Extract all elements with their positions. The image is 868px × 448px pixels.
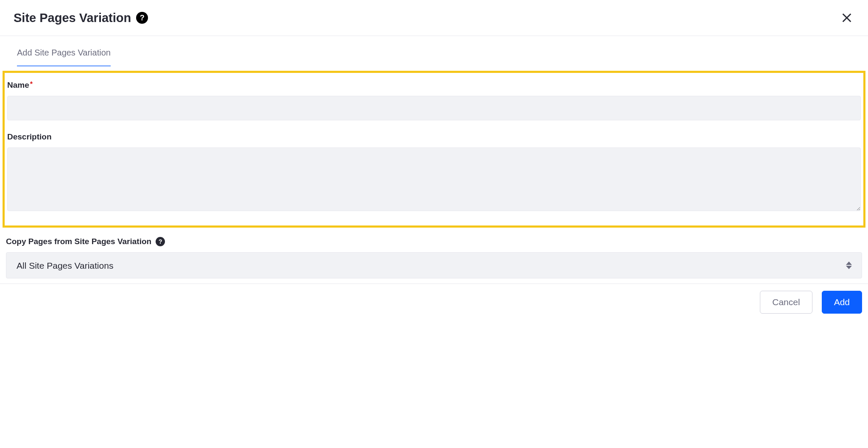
modal-footer: Cancel Add: [0, 284, 868, 320]
copy-label-wrap: Copy Pages from Site Pages Variation ?: [6, 237, 862, 246]
name-field-group: Name*: [7, 81, 861, 120]
cancel-button[interactable]: Cancel: [760, 291, 812, 314]
copy-select-wrap: All Site Pages Variations: [6, 252, 862, 278]
page-title: Site Pages Variation: [14, 11, 131, 25]
description-textarea[interactable]: [7, 147, 861, 211]
description-field-group: Description: [7, 132, 861, 213]
help-icon[interactable]: ?: [136, 12, 148, 24]
required-asterisk: *: [30, 81, 33, 88]
header-title-wrap: Site Pages Variation ?: [14, 11, 148, 25]
tabs-container: Add Site Pages Variation: [0, 36, 868, 67]
copy-pages-label: Copy Pages from Site Pages Variation: [6, 237, 151, 246]
name-label-text: Name: [7, 81, 29, 89]
form-highlighted-section: Name* Description: [3, 71, 865, 228]
name-label: Name*: [7, 81, 33, 90]
copy-pages-select[interactable]: All Site Pages Variations: [6, 252, 862, 278]
close-icon: [841, 12, 853, 24]
modal-header: Site Pages Variation ?: [0, 0, 868, 36]
copy-pages-section: Copy Pages from Site Pages Variation ? A…: [0, 228, 868, 278]
description-label: Description: [7, 132, 52, 142]
close-button[interactable]: [839, 10, 854, 25]
name-input[interactable]: [7, 96, 861, 120]
add-button[interactable]: Add: [822, 291, 862, 314]
tab-add-site-pages-variation[interactable]: Add Site Pages Variation: [17, 36, 111, 67]
help-icon[interactable]: ?: [156, 237, 165, 246]
